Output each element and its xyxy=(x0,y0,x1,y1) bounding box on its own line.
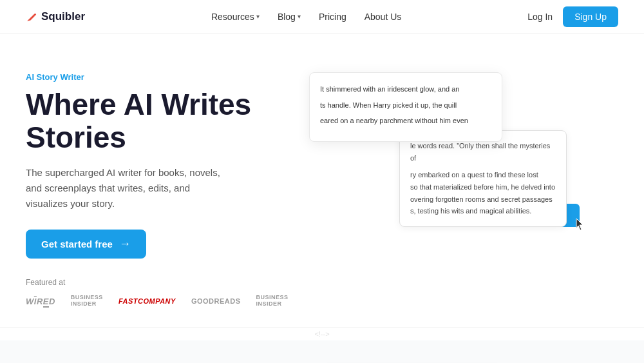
editor-preview-card: It shimmered with an iridescent glow, an… xyxy=(309,72,502,142)
logo-icon xyxy=(26,11,37,23)
secondary-line-4: overing forgotten rooms and secret passa… xyxy=(410,193,556,206)
hero-tag: AI Story Writer xyxy=(26,72,270,82)
nav-blog[interactable]: Blog ▾ xyxy=(278,12,301,22)
brand-name: Squibler xyxy=(41,10,85,23)
hero-visual: It shimmered with an iridescent glow, an… xyxy=(296,66,618,246)
featured-logos-row: WIRED BUSINESS INSIDER FastCompany goodr… xyxy=(26,295,618,308)
nav-resources[interactable]: Resources ▾ xyxy=(211,12,260,22)
nav-pricing[interactable]: Pricing xyxy=(319,12,346,22)
hero-description: The supercharged AI writer for books, no… xyxy=(26,165,232,211)
cta-label: Get started free xyxy=(41,239,113,250)
editor-line-3: eared on a nearby parchment without him … xyxy=(320,115,491,127)
editor-text-block: It shimmered with an iridescent glow, an… xyxy=(320,83,491,131)
nav-links: Resources ▾ Blog ▾ Pricing About Us xyxy=(211,12,401,22)
secondary-line-2: ry embarked on a quest to find these los… xyxy=(410,169,556,181)
fast-company-logo: FastCompany xyxy=(118,297,176,305)
editor-line-1: It shimmered with an iridescent glow, an… xyxy=(320,83,491,95)
business-insider-logo-1: BUSINESS INSIDER xyxy=(71,295,103,308)
cursor-icon xyxy=(576,218,583,231)
secondary-text-block: le words read. "Only then shall the myst… xyxy=(410,140,556,217)
secondary-line-1: le words read. "Only then shall the myst… xyxy=(410,140,556,164)
wired-logo: WIRED xyxy=(26,297,55,306)
editor-line-2: ts handle. When Harry picked it up, the … xyxy=(320,99,491,112)
blog-caret: ▾ xyxy=(298,13,301,20)
business-insider-logo-2: BUSINESS INSIDER xyxy=(256,295,289,308)
resources-caret: ▾ xyxy=(256,13,260,20)
logo[interactable]: Squibler xyxy=(26,10,85,23)
featured-section: Featured at WIRED BUSINESS INSIDER FastC… xyxy=(0,278,644,314)
hero-cta-button[interactable]: Get started free → xyxy=(26,230,146,259)
hero-text-block: AI Story Writer Where AI Writes Stories … xyxy=(26,66,270,259)
cta-arrow-icon: → xyxy=(119,237,131,251)
featured-label: Featured at xyxy=(26,278,618,287)
comment-placeholder: <!--> xyxy=(0,328,644,340)
goodreads-logo: goodreads xyxy=(191,297,241,305)
hero-title: Where AI Writes Stories xyxy=(26,88,270,153)
navbar: Squibler Resources ▾ Blog ▾ Pricing Abou… xyxy=(0,0,644,34)
login-button[interactable]: Log In xyxy=(527,12,553,22)
secondary-line-5: s, testing his wits and magical abilitie… xyxy=(410,205,556,217)
nav-about[interactable]: About Us xyxy=(365,12,402,22)
secondary-line-3: so that materialized before him, he delv… xyxy=(410,181,556,193)
signup-button[interactable]: Sign Up xyxy=(563,6,618,27)
editor-secondary-card: le words read. "Only then shall the myst… xyxy=(399,130,567,227)
hero-section: AI Story Writer Where AI Writes Stories … xyxy=(0,34,644,278)
ai-built-section: AI built for writing stories. Squibler's… xyxy=(0,340,644,363)
nav-actions: Log In Sign Up xyxy=(527,6,618,27)
